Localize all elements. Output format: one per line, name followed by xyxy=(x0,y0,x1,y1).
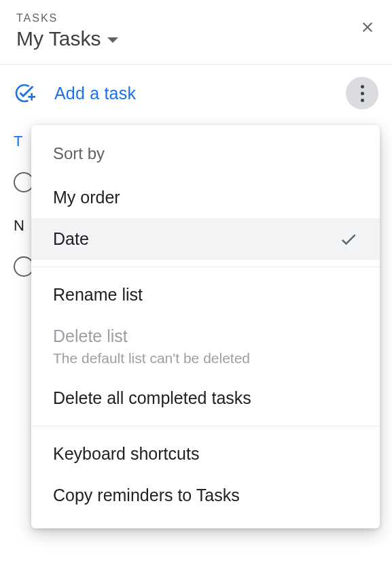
header-section: TASKS My Tasks xyxy=(0,0,392,64)
menu-item-label: Date xyxy=(53,229,89,249)
menu-item-label: Copy reminders to Tasks xyxy=(53,486,240,505)
delete-completed-tasks[interactable]: Delete all completed tasks xyxy=(31,377,380,419)
chevron-down-icon xyxy=(107,37,118,43)
more-icon xyxy=(361,85,364,102)
close-icon xyxy=(359,19,376,35)
keyboard-shortcuts[interactable]: Keyboard shortcuts xyxy=(31,433,380,475)
menu-divider xyxy=(31,426,380,426)
sort-my-order[interactable]: My order xyxy=(31,177,380,218)
add-task-button[interactable]: Add a task xyxy=(14,82,136,104)
add-task-icon xyxy=(14,82,35,104)
list-title: My Tasks xyxy=(16,27,101,50)
menu-divider xyxy=(31,267,380,267)
menu-item-label: Rename list xyxy=(53,285,143,305)
menu-item-label: My order xyxy=(53,188,120,207)
copy-reminders[interactable]: Copy reminders to Tasks xyxy=(31,475,380,516)
rename-list[interactable]: Rename list xyxy=(31,274,380,316)
menu-item-label: Keyboard shortcuts xyxy=(53,444,199,464)
toolbar: Add a task xyxy=(0,65,392,122)
sort-date[interactable]: Date xyxy=(31,218,380,260)
sort-by-header: Sort by xyxy=(31,137,380,177)
add-task-label: Add a task xyxy=(54,84,136,103)
menu-item-label: Delete all completed tasks xyxy=(53,388,251,408)
more-options-button[interactable] xyxy=(346,77,378,109)
menu-item-label: Delete list xyxy=(53,326,128,346)
list-selector[interactable]: My Tasks xyxy=(16,27,376,50)
tasks-label: TASKS xyxy=(16,12,376,24)
close-button[interactable] xyxy=(359,19,376,38)
options-menu: Sort by My order Date Rename list Delete… xyxy=(31,125,380,528)
check-icon xyxy=(339,230,358,249)
delete-list-subtext: The default list can't be deleted xyxy=(31,350,380,377)
